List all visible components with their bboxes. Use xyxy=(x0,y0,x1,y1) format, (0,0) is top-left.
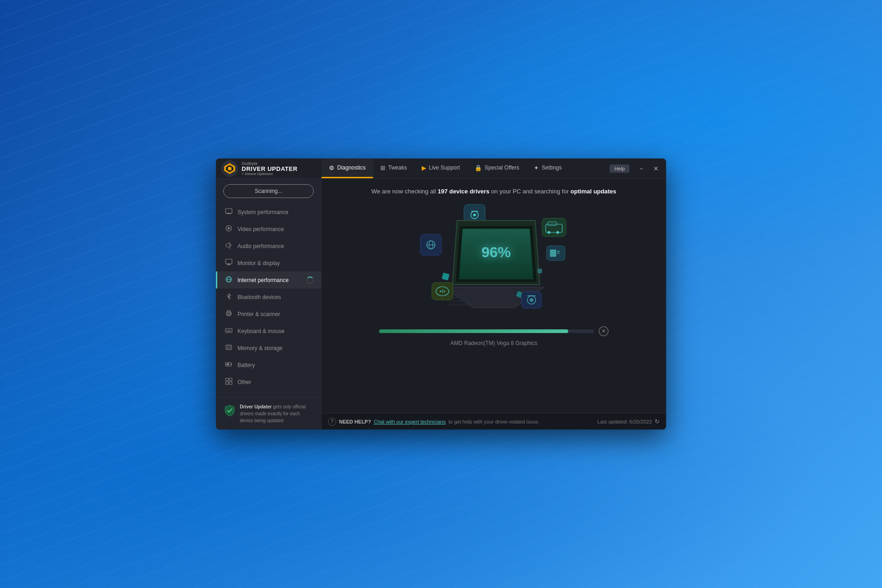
svg-rect-32 xyxy=(229,378,232,381)
help-circle-icon: ? xyxy=(328,418,336,426)
system-performance-icon xyxy=(225,208,233,216)
app-window: Outbyte DRIVER UPDATER + Device Optimize… xyxy=(216,158,666,430)
sidebar-item-other[interactable]: Other xyxy=(216,373,321,390)
sidebar-item-monitor-display-label: Monitor & display xyxy=(237,260,280,266)
sidebar-item-system-performance[interactable]: System performance xyxy=(216,204,321,220)
sidebar-item-memory-storage-label: Memory & storage xyxy=(237,345,283,351)
bottom-bar: ? NEED HELP? Chat with our expert techni… xyxy=(322,413,666,430)
audio-performance-icon xyxy=(225,242,233,250)
video-performance-icon xyxy=(225,225,233,233)
battery-icon xyxy=(225,361,233,369)
svg-point-64 xyxy=(440,291,441,292)
laptop-illustration: 96% xyxy=(407,202,581,322)
app-name-main: DRIVER UPDATER xyxy=(242,166,298,172)
sidebar-footer-title: Driver Updater xyxy=(240,404,271,409)
svg-point-46 xyxy=(548,231,550,234)
app-name-sub: + Device Optimizer xyxy=(242,172,298,176)
progress-bar-fill xyxy=(379,329,568,333)
tab-live-support[interactable]: ▶ Live Support xyxy=(414,158,467,178)
progress-bar-track xyxy=(379,329,594,333)
sidebar-item-video-performance[interactable]: Video performance xyxy=(216,220,321,237)
close-button[interactable]: ✕ xyxy=(650,164,662,174)
svg-point-69 xyxy=(530,298,533,302)
progress-area: ✕ AMD Radeon(TM) Vega 8 Graphics xyxy=(379,326,609,346)
tab-settings-label: Settings xyxy=(542,164,561,171)
svg-rect-57 xyxy=(449,304,520,305)
scanning-button[interactable]: Scanning... xyxy=(223,184,314,198)
scan-description: We are now checking all 197 device drive… xyxy=(371,188,616,195)
svg-rect-8 xyxy=(226,259,232,264)
scan-count: 197 device drivers xyxy=(438,188,490,195)
tab-settings[interactable]: ✦ Settings xyxy=(526,158,569,178)
sidebar-item-battery[interactable]: Battery xyxy=(216,356,321,373)
printer-icon xyxy=(225,310,233,318)
app-logo: Outbyte DRIVER UPDATER + Device Optimize… xyxy=(216,160,322,177)
other-icon xyxy=(225,378,233,386)
title-bar: Outbyte DRIVER UPDATER + Device Optimize… xyxy=(216,158,666,179)
sidebar-item-keyboard-mouse-label: Keyboard & mouse xyxy=(237,328,284,334)
need-help-label: NEED HELP? xyxy=(339,419,371,424)
svg-point-65 xyxy=(444,291,445,292)
tab-diagnostics-label: Diagnostics xyxy=(337,164,366,171)
sidebar-item-audio-performance-label: Audio performance xyxy=(237,243,284,249)
sidebar: Scanning... System performance xyxy=(216,179,322,430)
svg-rect-59 xyxy=(441,272,449,280)
internet-performance-icon xyxy=(225,276,233,284)
scan-text-suffix: optimal updates xyxy=(571,188,616,195)
last-updated: Last updated: 6/20/2023 ↻ xyxy=(597,418,660,425)
progress-bar-container: ✕ xyxy=(379,326,609,336)
sidebar-footer-description: Driver Updater gets only official driver… xyxy=(240,403,314,424)
memory-icon xyxy=(225,344,233,352)
svg-rect-70 xyxy=(527,295,536,296)
svg-marker-7 xyxy=(226,242,230,249)
sidebar-item-memory-storage[interactable]: Memory & storage xyxy=(216,339,321,356)
progress-label: AMD Radeon(TM) Vega 8 Graphics xyxy=(379,340,609,346)
sidebar-item-bluetooth-label: Bluetooth devices xyxy=(237,294,281,300)
bluetooth-icon xyxy=(225,293,233,301)
sidebar-item-internet-performance-label: Internet performance xyxy=(237,277,288,283)
chat-link[interactable]: Chat with our expert technicians xyxy=(374,419,446,424)
svg-rect-4 xyxy=(226,214,231,214)
tab-tweaks[interactable]: ⊞ Tweaks xyxy=(373,158,414,178)
app-name-block: Outbyte DRIVER UPDATER + Device Optimize… xyxy=(242,161,298,176)
scan-text-middle: on your PC and searching for xyxy=(490,188,571,195)
help-button[interactable]: Help xyxy=(610,164,629,173)
svg-rect-9 xyxy=(228,264,230,265)
svg-point-17 xyxy=(230,313,231,314)
keyboard-icon xyxy=(225,327,233,335)
tab-diagnostics[interactable]: ⚙ Diagnostics xyxy=(322,158,373,178)
tab-tweaks-label: Tweaks xyxy=(388,164,407,171)
sidebar-nav: System performance Video performance xyxy=(216,204,321,397)
svg-rect-33 xyxy=(226,382,228,384)
svg-point-47 xyxy=(556,231,559,234)
svg-rect-28 xyxy=(226,363,229,365)
content-area: We are now checking all 197 device drive… xyxy=(322,179,666,413)
sidebar-item-printer-scanner[interactable]: Printer & scanner xyxy=(216,305,321,322)
shield-icon xyxy=(223,404,236,417)
progress-cancel-button[interactable]: ✕ xyxy=(599,326,609,336)
sidebar-item-video-performance-label: Video performance xyxy=(237,226,284,232)
sidebar-item-monitor-display[interactable]: Monitor & display xyxy=(216,254,321,271)
sidebar-item-audio-performance[interactable]: Audio performance xyxy=(216,237,321,254)
tab-special-offers[interactable]: 🔒 Special Offers xyxy=(467,158,526,178)
special-offers-icon: 🔒 xyxy=(475,164,482,171)
svg-rect-60 xyxy=(537,268,543,274)
live-support-icon: ▶ xyxy=(422,164,426,171)
tweaks-icon: ⊞ xyxy=(380,164,385,171)
tab-live-support-label: Live Support xyxy=(429,164,460,171)
svg-rect-49 xyxy=(550,249,556,257)
refresh-icon[interactable]: ↻ xyxy=(655,418,660,425)
sidebar-item-bluetooth-devices[interactable]: Bluetooth devices xyxy=(216,288,321,305)
svg-rect-10 xyxy=(226,265,231,265)
sidebar-item-keyboard-mouse[interactable]: Keyboard & mouse xyxy=(216,322,321,339)
minimize-button[interactable]: − xyxy=(635,164,648,174)
svg-rect-38 xyxy=(471,211,478,212)
sidebar-item-system-performance-label: System performance xyxy=(237,209,288,215)
svg-rect-2 xyxy=(226,209,232,213)
internet-performance-spinner xyxy=(306,277,314,284)
svg-rect-18 xyxy=(226,328,232,333)
svg-text:96%: 96% xyxy=(481,244,511,260)
sidebar-item-internet-performance[interactable]: Internet performance xyxy=(216,271,321,288)
svg-rect-55 xyxy=(448,297,528,299)
main-content: Scanning... System performance xyxy=(216,179,666,430)
